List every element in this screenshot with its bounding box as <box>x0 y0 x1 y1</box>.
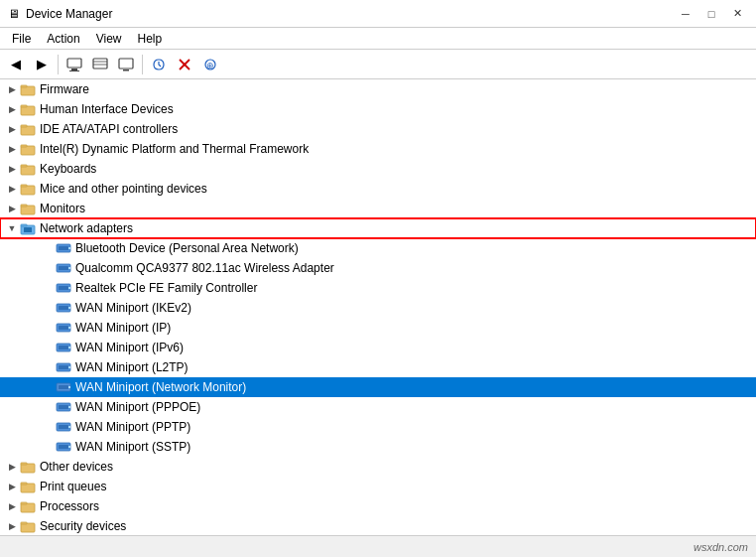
nic-icon <box>56 399 71 415</box>
tree-item-wan-sstp[interactable]: WAN Miniport (SSTP) <box>0 437 756 457</box>
tree-item-monitors[interactable]: Monitors <box>0 199 756 218</box>
folder-icon <box>20 498 36 514</box>
expand-arrow-ide[interactable] <box>4 121 20 137</box>
tree-item-wan-pppoe[interactable]: WAN Miniport (PPPOE) <box>0 397 756 417</box>
svg-rect-34 <box>68 267 70 269</box>
nic-icon <box>56 280 71 296</box>
item-label-firmware: Firmware <box>40 82 89 96</box>
nic-icon <box>56 300 71 316</box>
item-label-security-devices: Security devices <box>40 519 126 533</box>
menu-help[interactable]: Help <box>130 30 171 48</box>
menu-action[interactable]: Action <box>39 30 87 48</box>
svg-rect-31 <box>68 247 70 249</box>
menu-view[interactable]: View <box>88 30 130 48</box>
toolbar-list[interactable] <box>88 53 112 76</box>
tree-item-wan-ip[interactable]: WAN Miniport (IP) <box>0 318 756 338</box>
svg-rect-65 <box>21 483 27 485</box>
expand-arrow-security-devices[interactable] <box>4 518 20 534</box>
svg-rect-67 <box>21 502 27 504</box>
item-label-processors: Processors <box>40 499 99 513</box>
expand-arrow-firmware[interactable] <box>4 81 20 97</box>
svg-rect-60 <box>59 445 68 449</box>
tree-item-security-devices[interactable]: Security devices <box>0 516 756 535</box>
tree-item-hid[interactable]: Human Interface Devices <box>0 99 756 119</box>
hid-icon <box>20 101 36 117</box>
tree-item-keyboards[interactable]: Keyboards <box>0 159 756 179</box>
item-label-qualcomm: Qualcomm QCA9377 802.11ac Wireless Adapt… <box>75 261 334 275</box>
expand-arrow-network-adapters[interactable] <box>4 220 20 236</box>
menu-file[interactable]: File <box>4 30 39 48</box>
tree-item-qualcomm[interactable]: Qualcomm QCA9377 802.11ac Wireless Adapt… <box>0 258 756 278</box>
tree-item-processors[interactable]: Processors <box>0 496 756 516</box>
tree-item-wan-ikev2[interactable]: WAN Miniport (IKEv2) <box>0 298 756 318</box>
minimize-button[interactable]: ─ <box>675 4 696 24</box>
app-icon: 🖥 <box>8 8 20 20</box>
svg-rect-54 <box>59 405 68 409</box>
expand-arrow-keyboards[interactable] <box>4 161 20 177</box>
title-text: Device Manager <box>26 7 112 21</box>
toolbar-computer[interactable] <box>63 53 86 76</box>
tree-item-other-devices[interactable]: Other devices <box>0 457 756 477</box>
toolbar-display[interactable] <box>114 53 138 76</box>
tree-item-network-adapters[interactable]: Network adapters <box>0 218 756 238</box>
svg-rect-15 <box>21 105 27 107</box>
tree-item-bluetooth[interactable]: Bluetooth Device (Personal Area Network) <box>0 238 756 258</box>
svg-rect-58 <box>68 426 70 428</box>
tree-item-intel[interactable]: Intel(R) Dynamic Platform and Thermal Fr… <box>0 139 756 159</box>
nic-icon <box>56 340 71 355</box>
svg-text:⊕: ⊕ <box>206 61 214 70</box>
tree-item-realtek[interactable]: Realtek PCIe FE Family Controller <box>0 278 756 298</box>
expand-arrow-intel[interactable] <box>4 141 20 157</box>
tree-item-wan-ipv6[interactable]: WAN Miniport (IPv6) <box>0 338 756 357</box>
svg-rect-19 <box>21 145 27 147</box>
folder-icon <box>20 459 36 475</box>
tree-item-print-queues[interactable]: Print queues <box>0 477 756 496</box>
svg-rect-45 <box>59 346 68 349</box>
folder-icon <box>20 161 36 177</box>
tree-item-ide[interactable]: IDE ATA/ATAPI controllers <box>0 119 756 139</box>
svg-rect-17 <box>21 125 27 127</box>
svg-rect-1 <box>71 69 77 70</box>
svg-rect-42 <box>59 326 68 330</box>
item-label-wan-netmon: WAN Miniport (Network Monitor) <box>75 380 246 394</box>
tree-item-wan-l2tp[interactable]: WAN Miniport (L2TP) <box>0 357 756 377</box>
svg-rect-7 <box>123 70 129 71</box>
expand-arrow-monitors[interactable] <box>4 201 20 216</box>
nic-icon <box>56 240 71 256</box>
svg-rect-55 <box>68 406 70 408</box>
tree-item-mice[interactable]: Mice and other pointing devices <box>0 179 756 199</box>
svg-rect-27 <box>21 224 27 226</box>
expand-arrow-print-queues[interactable] <box>4 479 20 494</box>
expand-arrow-processors[interactable] <box>4 498 20 514</box>
nic-icon <box>56 419 71 435</box>
tree-panel[interactable]: Firmware Human Interface Devices IDE ATA… <box>0 79 756 535</box>
svg-rect-46 <box>68 347 70 348</box>
title-bar: 🖥 Device Manager ─ □ ✕ <box>0 0 756 28</box>
item-label-keyboards: Keyboards <box>40 162 96 176</box>
folder-icon <box>20 518 36 534</box>
maximize-button[interactable]: □ <box>700 4 722 24</box>
tree-item-firmware[interactable]: Firmware <box>0 79 756 99</box>
tree-item-wan-netmon[interactable]: WAN Miniport (Network Monitor) <box>0 377 756 397</box>
toolbar: ◀ ▶ ⊕ <box>0 50 756 79</box>
toolbar-forward[interactable]: ▶ <box>30 53 54 76</box>
item-label-wan-ikev2: WAN Miniport (IKEv2) <box>75 301 191 315</box>
nic-icon <box>56 439 71 455</box>
toolbar-back[interactable]: ◀ <box>4 53 28 76</box>
folder-icon <box>20 181 36 197</box>
tree-item-wan-pptp[interactable]: WAN Miniport (PPTP) <box>0 417 756 437</box>
title-bar-controls: ─ □ ✕ <box>675 4 748 24</box>
close-button[interactable]: ✕ <box>726 4 748 24</box>
expand-arrow-mice[interactable] <box>4 181 20 197</box>
expand-arrow-other-devices[interactable] <box>4 459 20 475</box>
folder-icon <box>20 141 36 157</box>
watermark: wsxdn.com <box>693 541 748 553</box>
svg-rect-28 <box>24 227 32 232</box>
folder-icon <box>20 121 36 137</box>
toolbar-sep-2 <box>142 55 143 74</box>
toolbar-remove[interactable] <box>173 53 196 76</box>
main-area: Firmware Human Interface Devices IDE ATA… <box>0 79 756 535</box>
toolbar-scan[interactable] <box>147 53 171 76</box>
toolbar-update[interactable]: ⊕ <box>198 53 222 76</box>
expand-arrow-hid[interactable] <box>4 101 20 117</box>
